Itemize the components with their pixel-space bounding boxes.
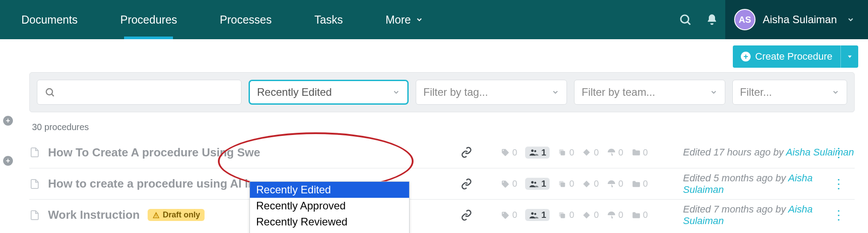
stat-umbrella: 0 [607,179,623,189]
row-menu-icon[interactable]: ⋮ [832,145,845,160]
results-count: 30 procedures [32,122,855,132]
results-list: How To Create A procedure Using Swe 0 1 [29,137,855,230]
draft-badge: Draft only [148,209,205,221]
svg-point-5 [531,150,534,152]
svg-line-4 [52,94,54,97]
svg-point-11 [534,181,537,184]
stat-folder: 0 [631,210,648,220]
create-procedure-button[interactable]: + Create Procedure [733,45,858,68]
svg-rect-18 [559,212,564,217]
procedure-title: How to create a procedure using AI in [48,177,255,191]
link-icon[interactable] [461,209,472,221]
filter-tag-dropdown[interactable]: Filter by tag... [416,80,567,105]
svg-rect-8 [559,149,564,154]
stat-umbrella: 0 [607,210,623,220]
procedure-row[interactable]: How to create a procedure using AI in 0 … [29,168,855,199]
procedure-row[interactable]: How To Create A procedure Using Swe 0 1 [29,137,855,168]
row-edited: Edited 17 hours ago by Aisha Sulaiman [683,147,854,158]
stat-copies: 0 [558,147,574,158]
row-stats: 0 1 0 0 0 [501,178,648,190]
rail-add-2[interactable]: + [3,156,13,166]
row-stats: 0 1 0 0 0 [501,209,648,221]
svg-marker-19 [583,212,590,218]
stat-tags: 0 [501,210,517,220]
filter-team-dropdown[interactable]: Filter by team... [574,80,725,105]
svg-marker-2 [848,56,851,58]
stat-folder: 0 [631,179,648,189]
link-icon[interactable] [461,147,472,158]
stat-tags: 0 [501,179,517,189]
stat-folder: 0 [631,147,648,158]
user-menu[interactable]: AS Aisha Sulaiman [725,0,868,39]
stat-tags: 0 [501,147,517,158]
filter-bar: Recently Edited Filter by tag... Filter … [29,72,855,112]
stat-copies: 0 [558,210,574,220]
stat-diamond: 0 [582,179,599,189]
row-edited: Edited 5 months ago by Aisha Sulaiman [683,172,855,196]
search-icon [44,87,55,98]
stat-users: 1 [525,147,550,159]
bell-icon[interactable] [699,6,725,33]
nav-processes[interactable]: Processes [198,0,293,39]
svg-point-15 [531,212,534,215]
nav-more[interactable]: More [364,0,445,39]
row-menu-icon[interactable]: ⋮ [832,176,845,191]
action-bar: + Create Procedure [0,39,868,68]
sort-option[interactable]: Recently Edited [250,182,409,198]
stat-copies: 0 [558,179,574,189]
create-procedure-caret[interactable] [840,45,858,68]
nav-documents[interactable]: Documents [0,0,99,39]
svg-point-3 [46,89,52,95]
rail-add-1[interactable]: + [3,116,13,126]
svg-point-16 [534,213,537,215]
filter-more-dropdown[interactable]: Filter... [732,80,847,105]
sort-option[interactable]: Recently Reviewed [250,214,409,230]
procedure-title: How To Create A procedure Using Swe [48,146,260,159]
search-icon[interactable] [672,6,699,33]
stat-umbrella: 0 [607,147,623,158]
plus-circle-icon: + [741,52,751,61]
procedure-title: Work Instruction [48,208,140,222]
svg-point-0 [681,15,689,23]
top-nav: Documents Procedures Processes Tasks Mor… [0,0,868,39]
sort-option[interactable]: Oldest Reviewed [250,230,409,233]
sort-dropdown[interactable]: Recently Edited [249,80,409,105]
stat-diamond: 0 [582,147,599,158]
row-stats: 0 1 0 0 0 [501,147,648,159]
row-menu-icon[interactable]: ⋮ [832,208,845,222]
document-icon [29,208,40,222]
chevron-down-icon [710,88,718,96]
link-icon[interactable] [461,178,472,190]
stat-diamond: 0 [582,210,599,220]
main-column: Recently Edited Filter by tag... Filter … [16,68,868,230]
svg-rect-13 [559,181,564,185]
stat-users: 1 [525,209,550,221]
nav-procedures[interactable]: Procedures [99,0,198,39]
nav-left: Documents Procedures Processes Tasks Mor… [0,0,445,39]
user-name-label: Aisha Sulaiman [763,13,837,26]
chevron-down-icon [415,16,423,24]
document-icon [29,146,40,159]
sort-dropdown-panel: Recently Edited Recently Approved Recent… [249,181,410,233]
avatar: AS [734,9,755,30]
left-rail: + + [0,68,16,230]
procedure-row[interactable]: Work Instruction Draft only 0 1 [29,199,855,230]
nav-tasks[interactable]: Tasks [293,0,364,39]
svg-line-1 [688,22,691,25]
chevron-down-icon [392,88,400,96]
row-edited: Edited 7 months ago by Aisha Sulaiman [683,204,855,227]
svg-marker-9 [583,149,590,156]
stat-users: 1 [525,178,550,190]
svg-point-10 [531,181,534,184]
svg-marker-14 [583,180,590,187]
document-icon [29,177,40,191]
chevron-down-icon [847,16,855,24]
nav-right: AS Aisha Sulaiman [672,0,868,39]
search-input[interactable] [37,80,241,105]
svg-point-6 [534,150,537,152]
chevron-down-icon [551,88,559,96]
chevron-down-icon [832,88,840,96]
sort-option[interactable]: Recently Approved [250,198,409,214]
